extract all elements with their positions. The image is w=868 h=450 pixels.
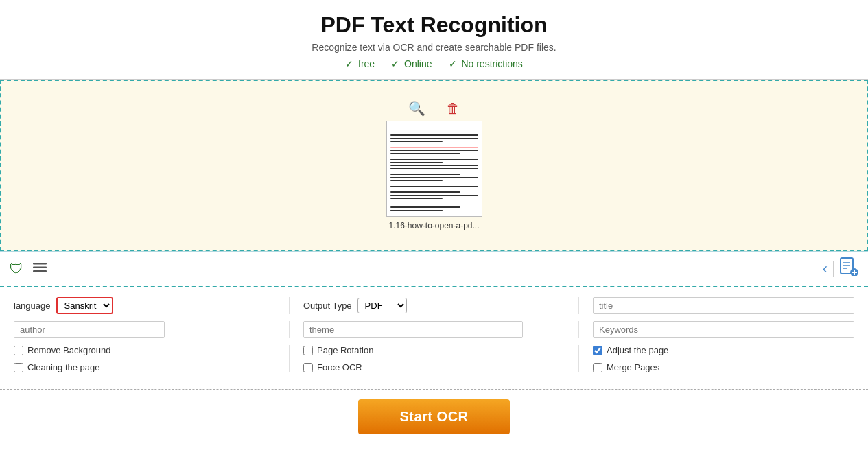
option-group-checkboxes-left: Remove Background Cleaning the page (14, 345, 275, 372)
language-option: language Sanskrit (14, 297, 275, 314)
options-area: language Sanskrit Output Type PDF DOCX T… (0, 287, 868, 390)
badge-free: ✓ free (345, 58, 375, 69)
page-rotation-checkbox-row[interactable]: Page Rotation (303, 345, 565, 355)
language-select[interactable]: Sanskrit (56, 297, 113, 314)
output-type-select[interactable]: PDF DOCX TXT (357, 298, 407, 313)
merge-pages-checkbox-row[interactable]: Merge Pages (593, 362, 854, 372)
option-group-language: language Sanskrit (14, 297, 275, 314)
force-ocr-checkbox-row[interactable]: Force OCR (303, 362, 565, 372)
zoom-icon[interactable]: 🔍 (408, 100, 425, 117)
cleaning-page-checkbox[interactable] (14, 363, 23, 372)
svg-rect-0 (33, 263, 47, 265)
output-type-option: Output Type PDF DOCX TXT (303, 298, 565, 313)
divider-1 (289, 297, 290, 314)
page-rotation-label: Page Rotation (317, 345, 373, 355)
remove-background-label: Remove Background (27, 345, 110, 355)
nav-back-icon[interactable]: ‹ (823, 260, 828, 278)
page-subtitle: Recognize text via OCR and create search… (14, 42, 854, 53)
toolbar-left: 🛡 (10, 261, 47, 277)
badge-online-label: Online (404, 58, 432, 69)
file-name: 1.16-how-to-open-a-pd... (388, 221, 479, 230)
check-icon-free: ✓ (345, 58, 353, 69)
option-group-output: Output Type PDF DOCX TXT (303, 298, 565, 313)
divider-6 (578, 345, 579, 372)
start-ocr-button[interactable]: Start OCR (358, 399, 509, 434)
options-row-2 (14, 321, 854, 338)
page-rotation-checkbox[interactable] (303, 346, 313, 355)
badge-no-restrictions: ✓ No restrictions (449, 58, 523, 69)
remove-background-checkbox-row[interactable]: Remove Background (14, 345, 275, 355)
force-ocr-label: Force OCR (317, 362, 362, 372)
file-preview: 🔍 🗑 1.16-how (386, 100, 482, 230)
adjust-page-checkbox-row[interactable]: Adjust the page (593, 345, 854, 355)
title-input[interactable] (593, 297, 854, 314)
shield-icon[interactable]: 🛡 (10, 261, 23, 277)
delete-icon[interactable]: 🗑 (446, 101, 460, 117)
check-icon-restrictions: ✓ (449, 58, 457, 69)
badge-free-label: free (358, 58, 375, 69)
start-button-row: Start OCR (0, 390, 868, 444)
option-group-theme (303, 321, 565, 338)
feature-badges: ✓ free ✓ Online ✓ No restrictions (14, 58, 854, 69)
adjust-page-checkbox[interactable] (593, 346, 602, 355)
file-actions: 🔍 🗑 (408, 100, 460, 117)
upload-drop-zone[interactable]: 🔍 🗑 1.16-how (0, 80, 868, 251)
toolbar-right: ‹ (823, 257, 858, 281)
pdf-thumbnail (386, 121, 482, 217)
toolbar-row: 🛡 ‹ (0, 251, 868, 287)
divider-4 (578, 321, 579, 338)
cleaning-page-checkbox-row[interactable]: Cleaning the page (14, 362, 275, 372)
options-row-3: Remove Background Cleaning the page Page… (14, 345, 854, 372)
badge-restrictions-label: No restrictions (461, 58, 522, 69)
badge-online: ✓ Online (391, 58, 432, 69)
theme-input[interactable] (303, 321, 523, 338)
list-icon[interactable] (33, 262, 47, 276)
divider-2 (578, 297, 579, 314)
author-input[interactable] (14, 321, 165, 338)
merge-pages-label: Merge Pages (607, 362, 659, 372)
merge-pages-checkbox[interactable] (593, 363, 602, 372)
language-label: language (14, 300, 51, 311)
option-group-checkboxes-mid: Page Rotation Force OCR (303, 345, 565, 372)
svg-rect-2 (33, 270, 47, 272)
option-group-title (593, 297, 854, 314)
page-header: PDF Text Recognition Recognize text via … (0, 0, 868, 80)
options-row-1: language Sanskrit Output Type PDF DOCX T… (14, 297, 854, 314)
option-group-checkboxes-right: Adjust the page Merge Pages (593, 345, 854, 372)
force-ocr-checkbox[interactable] (303, 363, 313, 372)
option-group-author (14, 321, 275, 338)
svg-rect-1 (33, 266, 47, 268)
divider-3 (289, 321, 290, 338)
page-title: PDF Text Recognition (14, 12, 854, 38)
cleaning-page-label: Cleaning the page (27, 362, 100, 372)
adjust-page-label: Adjust the page (607, 345, 668, 355)
output-type-label: Output Type (303, 300, 352, 311)
option-group-keywords (593, 321, 854, 338)
check-icon-online: ✓ (391, 58, 399, 69)
divider-5 (289, 345, 290, 372)
add-file-icon[interactable] (839, 257, 858, 281)
keywords-input[interactable] (593, 321, 854, 338)
remove-background-checkbox[interactable] (14, 346, 23, 355)
